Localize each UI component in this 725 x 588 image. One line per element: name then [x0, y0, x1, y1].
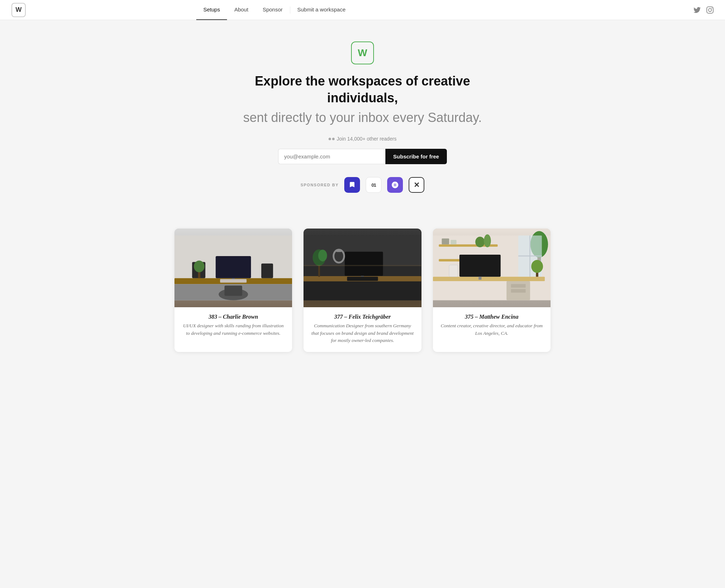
card-377[interactable]: 377 – Felix Teichgräber Communication De…: [304, 229, 421, 352]
svg-rect-19: [336, 250, 342, 252]
svg-point-31: [484, 235, 491, 248]
svg-rect-7: [220, 279, 247, 283]
hero-title: Explore the workspaces of creative indiv…: [241, 73, 484, 107]
nav-link-submit[interactable]: Submit a workspace: [290, 0, 353, 20]
instagram-icon[interactable]: [706, 6, 714, 14]
email-form: Subscribe for free: [278, 149, 447, 164]
svg-rect-9: [225, 286, 242, 296]
hero-subtitle: sent directly to your inbox every Saturd…: [243, 109, 482, 126]
nav-social: [694, 6, 714, 14]
svg-rect-42: [478, 277, 481, 280]
workspace-image-3: [433, 229, 551, 307]
email-input[interactable]: [278, 149, 385, 164]
svg-point-45: [531, 260, 543, 273]
subscribe-button[interactable]: Subscribe for free: [385, 149, 447, 164]
card-title-1: 383 – Charlie Brown: [182, 314, 285, 320]
svg-rect-39: [511, 284, 526, 288]
card-body-2: 377 – Felix Teichgräber Communication De…: [304, 307, 421, 352]
nav-logo[interactable]: W: [11, 3, 26, 17]
svg-rect-24: [304, 265, 421, 266]
readers-count: Join 14,000+ other readers: [329, 136, 397, 142]
svg-rect-3: [216, 256, 251, 278]
card-img-3: [433, 229, 551, 307]
card-body-1: 383 – Charlie Brown UI/UX designer with …: [174, 307, 292, 345]
card-383[interactable]: 383 – Charlie Brown UI/UX designer with …: [174, 229, 292, 352]
nav-links: Setups About Sponsor Submit a workspace: [196, 0, 353, 20]
dot-2: [332, 138, 335, 140]
svg-point-30: [475, 237, 484, 248]
nav-link-setups[interactable]: Setups: [196, 0, 227, 20]
card-title-3: 375 – Matthew Encina: [440, 314, 543, 320]
nav-link-about[interactable]: About: [227, 0, 255, 20]
svg-point-11: [194, 261, 204, 273]
workspace-image-2: [304, 229, 421, 307]
svg-rect-41: [459, 255, 500, 277]
svg-rect-37: [433, 277, 545, 281]
readers-dots: [329, 138, 335, 140]
nav-link-sponsor[interactable]: Sponsor: [256, 0, 290, 20]
card-img-1: [174, 229, 292, 307]
svg-rect-43: [449, 265, 458, 277]
readers-text: Join 14,000+ other readers: [337, 136, 397, 142]
workspace-image-1: [174, 229, 292, 307]
twitter-icon[interactable]: [694, 6, 701, 14]
svg-rect-28: [442, 239, 449, 244]
card-desc-3: Content creator, creative director, and …: [440, 322, 543, 337]
svg-rect-6: [261, 264, 273, 278]
svg-rect-15: [304, 281, 421, 300]
svg-point-22: [318, 250, 327, 261]
sponsor-icon-4[interactable]: ✕: [409, 177, 424, 193]
hero-section: W Explore the workspaces of creative ind…: [0, 20, 725, 229]
card-img-2: [304, 229, 421, 307]
card-body-3: 375 – Matthew Encina Content creator, cr…: [433, 307, 551, 345]
sponsors-row: SPONSORED BY 01 ✕: [301, 177, 425, 193]
hero-logo: W: [351, 41, 374, 64]
svg-rect-23: [347, 277, 378, 281]
sponsor-icon-2[interactable]: 01: [366, 177, 381, 193]
svg-rect-40: [511, 289, 526, 293]
navbar: W Setups About Sponsor Submit a workspac…: [0, 0, 725, 20]
sponsors-label: SPONSORED BY: [301, 183, 339, 187]
card-375[interactable]: 375 – Matthew Encina Content creator, cr…: [433, 229, 551, 352]
cards-grid: 383 – Charlie Brown UI/UX designer with …: [166, 229, 559, 373]
svg-rect-36: [518, 256, 542, 256]
sponsor-icon-3[interactable]: [387, 177, 403, 193]
card-desc-2: Communication Designer from southern Ger…: [311, 322, 414, 344]
svg-rect-29: [450, 240, 456, 244]
svg-rect-16: [345, 252, 383, 276]
dot-1: [329, 138, 331, 140]
sponsor-icon-1[interactable]: [344, 177, 360, 193]
card-desc-1: UI/UX designer with skills randing from …: [182, 322, 285, 337]
card-title-2: 377 – Felix Teichgräber: [311, 314, 414, 320]
